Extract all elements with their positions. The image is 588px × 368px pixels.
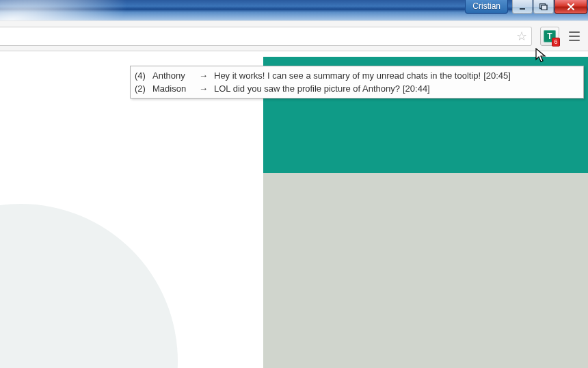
window-titlebar: Cristian: [0, 0, 588, 21]
tooltip-message: LOL did you saw the profile picture of A…: [214, 82, 400, 95]
tooltip-count: (4): [135, 69, 150, 82]
chrome-menu-button[interactable]: [565, 27, 584, 46]
tooltip-row: (4) Anthony → Hey it works! I can see a …: [135, 69, 579, 82]
minimize-button[interactable]: [512, 0, 533, 14]
extension-badge: 6: [552, 38, 560, 47]
mouse-cursor-icon: [535, 48, 548, 67]
arrow-right-icon: →: [199, 82, 211, 95]
address-bar[interactable]: ☆: [0, 27, 532, 46]
hamburger-icon: [569, 31, 580, 33]
svg-rect-2: [542, 5, 547, 10]
svg-rect-0: [520, 8, 525, 10]
unread-chats-tooltip: (4) Anthony → Hey it works! I can see a …: [130, 66, 584, 98]
tooltip-message: Hey it works! I can see a summary of my …: [214, 69, 481, 82]
left-panel: [0, 57, 263, 368]
extension-button[interactable]: T 6: [540, 27, 559, 46]
arrow-right-icon: →: [199, 69, 211, 82]
tooltip-sender: Madison: [152, 82, 196, 95]
bookmark-star-icon[interactable]: ☆: [516, 29, 527, 44]
window-controls: Cristian: [465, 0, 588, 14]
tooltip-count: (2): [135, 82, 150, 95]
tooltip-time: [20:45]: [483, 69, 511, 82]
page-content: [0, 51, 588, 368]
tooltip-time: [20:44]: [403, 82, 430, 95]
right-lower-panel: [263, 173, 588, 368]
tooltip-row: (2) Madison → LOL did you saw the profil…: [135, 82, 579, 95]
avatar-arc-decoration: [0, 204, 178, 368]
browser-toolbar: ☆ T 6: [0, 21, 588, 51]
close-button[interactable]: [554, 0, 587, 14]
maximize-button[interactable]: [533, 0, 554, 14]
tooltip-sender: Anthony: [152, 69, 196, 82]
chrome-user-badge[interactable]: Cristian: [465, 0, 508, 14]
